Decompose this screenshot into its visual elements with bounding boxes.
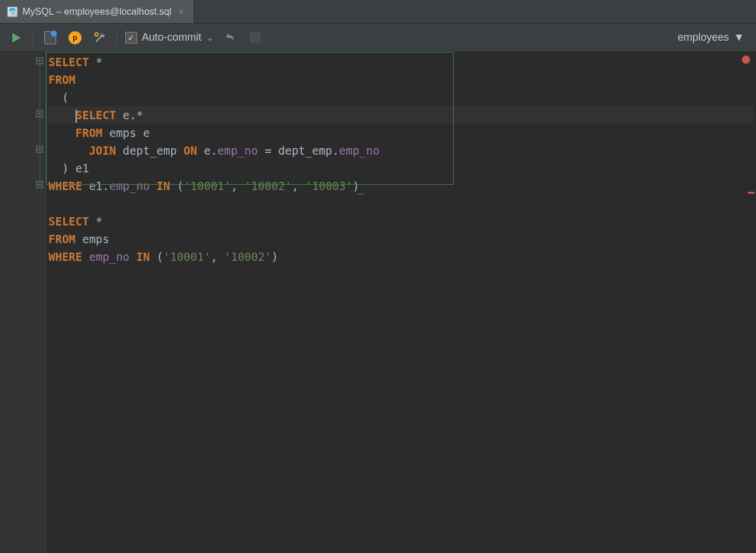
commit-button[interactable]	[247, 30, 263, 46]
error-marker-stripe[interactable]	[748, 192, 755, 194]
schema-label: employees	[677, 31, 729, 44]
mysql-file-icon: 🐬	[7, 6, 18, 17]
show-parameters-button[interactable]: p	[67, 30, 83, 46]
dropdown-triangle-icon: ▼	[734, 31, 744, 44]
error-indicator-icon[interactable]	[742, 55, 750, 64]
code-line[interactable]: WHERE emp_no IN ('10001', '10002')	[48, 248, 754, 266]
code-line[interactable]: (	[48, 89, 754, 106]
settings-button[interactable]	[92, 30, 108, 46]
sql-editor[interactable]: SELECT *FROM ( SELECT e.* FROM emps e JO…	[0, 52, 756, 553]
run-button[interactable]	[8, 30, 25, 46]
code-line[interactable]: FROM emps	[48, 230, 754, 248]
explain-plan-button[interactable]	[42, 30, 58, 46]
auto-commit-toggle[interactable]: ✓ Auto-commit ⌄	[125, 31, 214, 44]
svg-marker-0	[12, 33, 21, 42]
auto-commit-label: Auto-commit	[142, 31, 201, 44]
wrench-gear-icon	[93, 31, 106, 44]
code-line[interactable]: FROM emps e	[48, 124, 754, 142]
tab-title: MySQL – employees@localhost.sql	[22, 6, 171, 17]
schema-selector[interactable]: employees ▼	[677, 31, 748, 44]
svg-point-1	[95, 32, 99, 36]
code-line[interactable]: SELECT *	[48, 53, 754, 71]
editor-gutter[interactable]	[0, 52, 46, 553]
fold-guide	[40, 117, 40, 152]
code-line[interactable]: JOIN dept_emp ON e.emp_no = dept_emp.emp…	[48, 142, 754, 159]
separator	[33, 30, 34, 46]
code-line[interactable]: ) e1	[48, 159, 754, 177]
document-clock-icon	[44, 31, 56, 44]
code-line[interactable]: SELECT *	[48, 212, 754, 230]
stop-icon	[250, 32, 260, 43]
checkbox-checked-icon: ✓	[125, 32, 137, 44]
chevron-down-icon[interactable]: ⌄	[206, 32, 214, 43]
toolbar: p ✓ Auto-commit ⌄ employees ▼	[0, 24, 756, 52]
undo-icon	[224, 31, 237, 44]
file-tab[interactable]: 🐬 MySQL – employees@localhost.sql ×	[0, 0, 194, 23]
tab-bar-empty	[194, 0, 756, 23]
code-line[interactable]: FROM	[48, 71, 754, 89]
code-line[interactable]	[48, 195, 754, 212]
code-line[interactable]: SELECT e.*	[48, 106, 754, 124]
code-area[interactable]: SELECT *FROM ( SELECT e.* FROM emps e JO…	[46, 52, 756, 553]
separator	[116, 30, 117, 46]
tab-bar: 🐬 MySQL – employees@localhost.sql ×	[0, 0, 756, 24]
code-line[interactable]: WHERE e1.emp_no IN ('10001', '10002', '1…	[48, 177, 754, 195]
close-tab-icon[interactable]: ×	[176, 6, 186, 17]
p-icon: p	[69, 31, 82, 44]
rollback-button[interactable]	[222, 30, 239, 46]
